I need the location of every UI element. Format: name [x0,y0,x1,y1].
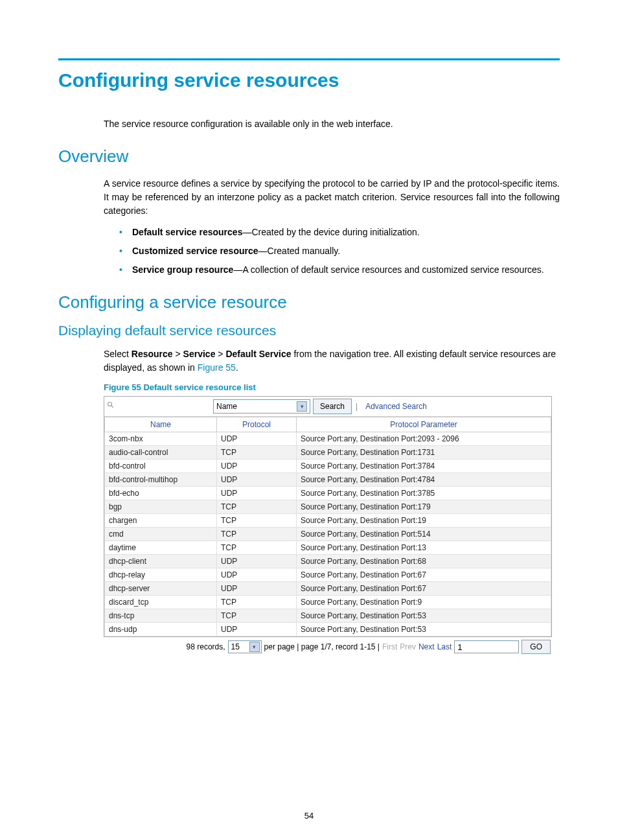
cell-param: Source Port:any, Destination Port:68 [297,555,551,568]
cell-param: Source Port:any, Destination Port:13 [297,541,551,555]
cell-param: Source Port:any, Destination Port:3785 [297,487,551,500]
table-row: 3com-nbxUDPSource Port:any, Destination … [105,432,551,446]
table-row: dhcp-serverUDPSource Port:any, Destinati… [105,582,551,596]
search-field-select[interactable]: Name ▾ [213,399,310,414]
list-item: Default service resources—Created by the… [117,226,560,239]
cell-param: Source Port:any, Destination Port:1731 [297,446,551,460]
cell-name: discard_tcp [105,596,217,609]
list-item: Customized service resource—Created manu… [117,244,560,258]
figure-ref-link[interactable]: Figure 55 [198,362,236,373]
table-header-row: Name Protocol Protocol Parameter [105,417,551,432]
cell-protocol: TCP [217,500,297,514]
bc-period: . [236,362,238,373]
bc-prefix: Select [104,349,132,359]
list-item: Service group resource—A collection of d… [117,263,560,277]
cell-param: Source Port:any, Destination Port:3784 [297,460,551,473]
cell-name: bfd-echo [105,487,217,500]
table-row: dns-tcpTCPSource Port:any, Destination P… [105,609,551,623]
cell-name: daytime [105,541,217,555]
bc-sep: > [215,349,225,359]
breadcrumb-para: Select Resource > Service > Default Serv… [104,347,560,375]
cell-protocol: TCP [217,446,297,460]
cell-protocol: UDP [217,432,297,446]
bullet-rest: —Created by the device during initializa… [242,227,419,237]
cell-protocol: UDP [217,582,297,596]
search-button[interactable]: Search [313,399,352,414]
cell-protocol: TCP [217,541,297,555]
table-row: bfd-echoUDPSource Port:any, Destination … [105,487,551,500]
bullet-bold: Default service resources [132,227,242,237]
table-row: daytimeTCPSource Port:any, Destination P… [105,541,551,555]
search-input[interactable] [107,401,211,412]
service-table: Name Protocol Protocol Parameter 3com-nb… [104,417,551,636]
top-rule [58,58,560,60]
cell-name: audio-call-control [105,446,217,460]
intro-text: The service resource configuration is av… [104,117,560,131]
cell-name: dns-tcp [105,609,217,623]
cell-protocol: UDP [217,623,297,636]
select-value: Name [216,402,237,411]
pager-prev: Prev [400,642,416,651]
svg-line-1 [111,406,113,408]
col-header-name[interactable]: Name [105,417,217,432]
page-number-input[interactable] [454,640,519,653]
cell-name: bfd-control [105,460,217,473]
per-page-value: 15 [231,642,240,651]
cell-param: Source Port:any, Destination Port:67 [297,568,551,582]
cell-protocol: UDP [217,568,297,582]
per-page-text: per page | page 1/7, record 1-15 | [264,642,380,651]
bullet-rest: —A collection of default service resourc… [233,264,544,275]
cell-protocol: UDP [217,460,297,473]
separator: | [356,402,358,411]
table-row: dns-udpUDPSource Port:any, Destination P… [105,623,551,636]
bc-sep: > [173,349,183,359]
table-row: audio-call-controlTCPSource Port:any, De… [105,446,551,460]
cell-param: Source Port:any, Destination Port:67 [297,582,551,596]
pager-next[interactable]: Next [418,642,435,651]
cell-protocol: TCP [217,609,297,623]
table-row: bfd-control-multihopUDPSource Port:any, … [105,473,551,487]
table-row: bgpTCPSource Port:any, Destination Port:… [105,500,551,514]
cell-name: dhcp-relay [105,568,217,582]
go-button-label: GO [530,642,542,651]
cell-param: Source Port:any, Destination Port:514 [297,528,551,541]
bullet-list: Default service resources—Created by the… [117,226,560,277]
cell-param: Source Port:any, Destination Port:4784 [297,473,551,487]
cell-protocol: TCP [217,596,297,609]
cell-protocol: UDP [217,487,297,500]
per-page-select[interactable]: 15 ▾ [228,640,262,653]
display-heading: Displaying default service resources [58,323,560,338]
pager: 98 records, 15 ▾ per page | page 1/7, re… [104,637,551,657]
table-row: bfd-controlUDPSource Port:any, Destinati… [105,460,551,473]
cell-protocol: UDP [217,555,297,568]
cell-param: Source Port:any, Destination Port:53 [297,609,551,623]
bc-resource: Resource [132,349,173,359]
overview-para: A service resource defines a service by … [104,177,560,218]
table-row: discard_tcpTCPSource Port:any, Destinati… [105,596,551,609]
cell-protocol: UDP [217,473,297,487]
cell-param: Source Port:any, Destination Port:2093 -… [297,432,551,446]
page-number: 54 [0,811,618,821]
chevron-down-icon: ▾ [297,401,307,412]
cell-param: Source Port:any, Destination Port:19 [297,514,551,528]
chevron-down-icon: ▾ [249,642,260,652]
advanced-search-link[interactable]: Advanced Search [365,402,427,411]
cell-name: dhcp-server [105,582,217,596]
svg-point-0 [108,402,112,406]
cell-name: 3com-nbx [105,432,217,446]
col-header-param[interactable]: Protocol Parameter [297,417,551,432]
cell-protocol: TCP [217,528,297,541]
pager-last[interactable]: Last [437,642,452,651]
bullet-bold: Customized service resource [132,246,258,256]
figure-caption: Figure 55 Default service resource list [104,382,560,392]
cell-name: chargen [105,514,217,528]
config-heading: Configuring a service resource [58,292,560,312]
go-button[interactable]: GO [521,640,551,654]
page-title: Configuring service resources [58,69,560,91]
cell-name: cmd [105,528,217,541]
cell-protocol: TCP [217,514,297,528]
search-icon [107,401,115,409]
col-header-protocol[interactable]: Protocol [217,417,297,432]
table-row: dhcp-clientUDPSource Port:any, Destinati… [105,555,551,568]
bullet-bold: Service group resource [132,264,233,275]
